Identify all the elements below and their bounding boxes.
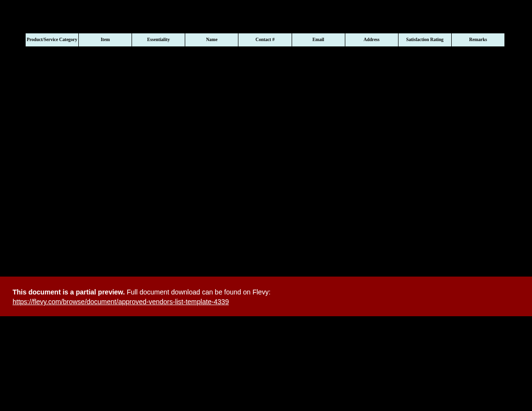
vendors-table: Product/Service Category Item Essentiali… [25,33,505,47]
col-contact: Contact # [238,33,292,47]
col-name: Name [185,33,238,47]
preview-notice-bold: This document is a partial preview. [13,288,125,296]
col-satisfaction-rating: Satisfaction Rating [398,33,451,47]
col-address: Address [345,33,398,47]
preview-notice-text: This document is a partial preview. Full… [13,287,519,297]
table-container: Product/Service Category Item Essentiali… [25,33,505,47]
preview-notice-rest: Full document download can be found on F… [125,288,270,296]
preview-notice-bar: This document is a partial preview. Full… [0,277,532,316]
col-email: Email [292,33,345,47]
flevy-link[interactable]: https://flevy.com/browse/document/approv… [13,298,229,306]
col-remarks: Remarks [451,33,504,47]
col-item: Item [79,33,132,47]
table-header-row: Product/Service Category Item Essentiali… [26,33,505,47]
col-product-service-category: Product/Service Category [26,33,79,47]
table-header: Product/Service Category Item Essentiali… [26,33,505,47]
col-essentiality: Essentiality [132,33,185,47]
